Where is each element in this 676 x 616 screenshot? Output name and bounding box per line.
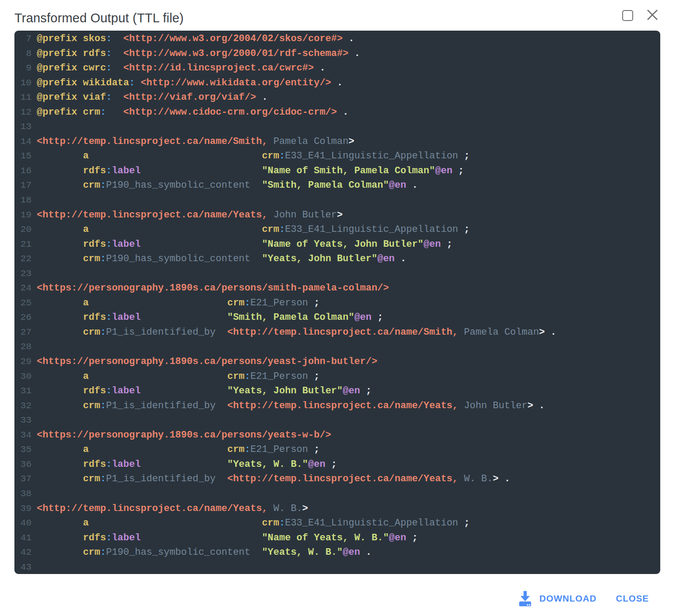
code-line: 10@prefix wikidata: <http://www.wikidata… bbox=[14, 76, 660, 91]
maximize-button[interactable] bbox=[621, 9, 634, 22]
code-line: 28 bbox=[14, 340, 660, 354]
line-number: 19 bbox=[14, 208, 31, 223]
line-number: 23 bbox=[14, 266, 31, 281]
line-number: 8 bbox=[14, 46, 31, 61]
line-number: 41 bbox=[14, 531, 31, 546]
code-line: 37 crm:P1_is_identified_by <http://temp.… bbox=[14, 472, 660, 486]
line-number: 33 bbox=[14, 413, 31, 428]
code-line: 33 bbox=[14, 413, 660, 428]
code-line: 30 a crm:E21_Person ; bbox=[14, 369, 660, 384]
code-line: 19<http://temp.lincsproject.ca/name/Yeat… bbox=[14, 208, 660, 223]
code-line: 32 crm:P1_is_identified_by <http://temp.… bbox=[14, 399, 660, 413]
line-number: 32 bbox=[14, 399, 31, 413]
code-line: 38 bbox=[14, 486, 660, 501]
maximize-icon bbox=[622, 10, 633, 21]
code-line: 36 rdfs:label "Yeats, W. B."@en ; bbox=[14, 457, 660, 472]
line-number: 12 bbox=[14, 105, 31, 120]
line-number: 20 bbox=[14, 222, 31, 237]
code-line: 42 crm:P190_has_symbolic_content "Yeats,… bbox=[14, 545, 660, 560]
line-number: 18 bbox=[14, 193, 31, 208]
line-number: 40 bbox=[14, 516, 31, 531]
line-number: 26 bbox=[14, 310, 31, 325]
code-line: 7@prefix skos: <http://www.w3.org/2004/0… bbox=[14, 32, 660, 46]
line-number: 25 bbox=[14, 296, 31, 311]
code-line: 14<http://temp.lincsproject.ca/name/Smit… bbox=[14, 134, 660, 149]
line-number: 11 bbox=[14, 90, 31, 105]
code-line: 17 crm:P190_has_symbolic_content "Smith,… bbox=[14, 178, 660, 193]
footer-actions: DOWNLOAD CLOSE bbox=[517, 588, 649, 609]
line-number: 7 bbox=[14, 32, 31, 46]
line-number: 24 bbox=[14, 281, 31, 296]
download-button[interactable]: DOWNLOAD bbox=[517, 589, 596, 608]
line-number: 22 bbox=[14, 252, 31, 266]
code-line: 31 rdfs:label "Yeats, John Butler"@en ; bbox=[14, 384, 660, 399]
line-number: 30 bbox=[14, 369, 31, 384]
close-button[interactable] bbox=[645, 7, 660, 22]
line-number: 31 bbox=[14, 384, 31, 399]
line-number: 36 bbox=[14, 457, 31, 472]
code-line: 43 bbox=[14, 560, 660, 574]
code-line: 15 a crm:E33_E41_Linguistic_Appellation … bbox=[14, 149, 660, 164]
download-icon bbox=[517, 589, 533, 608]
code-line: 40 a crm:E33_E41_Linguistic_Appellation … bbox=[14, 516, 660, 531]
code-line: 22 crm:P190_has_symbolic_content "Yeats,… bbox=[14, 252, 660, 266]
code-line: 39<http://temp.lincsproject.ca/name/Yeat… bbox=[14, 501, 660, 516]
code-line: 20 a crm:E33_E41_Linguistic_Appellation … bbox=[14, 222, 660, 237]
code-line: 23 bbox=[14, 266, 660, 281]
line-number: 14 bbox=[14, 134, 31, 149]
line-number: 10 bbox=[14, 76, 31, 91]
line-number: 15 bbox=[14, 149, 31, 164]
code-line: 9@prefix cwrc: <http://id.lincsproject.c… bbox=[14, 61, 660, 76]
code-line: 29<https://personography.1890s.ca/person… bbox=[14, 354, 660, 369]
line-number: 37 bbox=[14, 472, 31, 486]
line-number: 38 bbox=[14, 486, 31, 501]
code-line: 34<https://personography.1890s.ca/person… bbox=[14, 428, 660, 443]
code-line: 18 bbox=[14, 193, 660, 208]
code-editor[interactable]: 7@prefix skos: <http://www.w3.org/2004/0… bbox=[14, 31, 660, 574]
code-line: 12@prefix crm: <http://www.cidoc-crm.org… bbox=[14, 105, 660, 120]
close-footer-button[interactable]: CLOSE bbox=[616, 593, 649, 604]
close-button-label: CLOSE bbox=[616, 593, 649, 604]
code-line: 8@prefix rdfs: <http://www.w3.org/2000/0… bbox=[14, 46, 660, 61]
code-line: 21 rdfs:label "Name of Yeats, John Butle… bbox=[14, 237, 660, 252]
line-number: 13 bbox=[14, 119, 31, 134]
line-number: 21 bbox=[14, 237, 31, 252]
code-line: 16 rdfs:label "Name of Smith, Pamela Col… bbox=[14, 164, 660, 178]
code-line: 11@prefix viaf: <http://viaf.org/viaf/> … bbox=[14, 90, 660, 105]
line-number: 29 bbox=[14, 354, 31, 369]
line-number: 27 bbox=[14, 325, 31, 340]
code-line: 25 a crm:E21_Person ; bbox=[14, 296, 660, 311]
line-number: 16 bbox=[14, 164, 31, 178]
line-number: 42 bbox=[14, 545, 31, 560]
download-button-label: DOWNLOAD bbox=[539, 593, 596, 604]
line-number: 28 bbox=[14, 340, 31, 354]
code-line: 35 a crm:E21_Person ; bbox=[14, 442, 660, 457]
line-number: 9 bbox=[14, 61, 31, 76]
code-line: 13 bbox=[14, 119, 660, 134]
code-line: 26 rdfs:label "Smith, Pamela Colman"@en … bbox=[14, 310, 660, 325]
line-number: 17 bbox=[14, 178, 31, 193]
transformed-output-dialog: { "dialog": { "title": "Transformed Outp… bbox=[0, 0, 676, 616]
code-line: 27 crm:P1_is_identified_by <http://temp.… bbox=[14, 325, 660, 340]
code-line: 41 rdfs:label "Name of Yeats, W. B."@en … bbox=[14, 531, 660, 546]
line-number: 39 bbox=[14, 501, 31, 516]
line-number: 34 bbox=[14, 428, 31, 443]
close-icon bbox=[646, 8, 659, 21]
line-number: 43 bbox=[14, 560, 31, 574]
code-line: 24<https://personography.1890s.ca/person… bbox=[14, 281, 660, 296]
page-title: Transformed Output (TTL file) bbox=[14, 10, 184, 25]
line-number: 35 bbox=[14, 442, 31, 457]
